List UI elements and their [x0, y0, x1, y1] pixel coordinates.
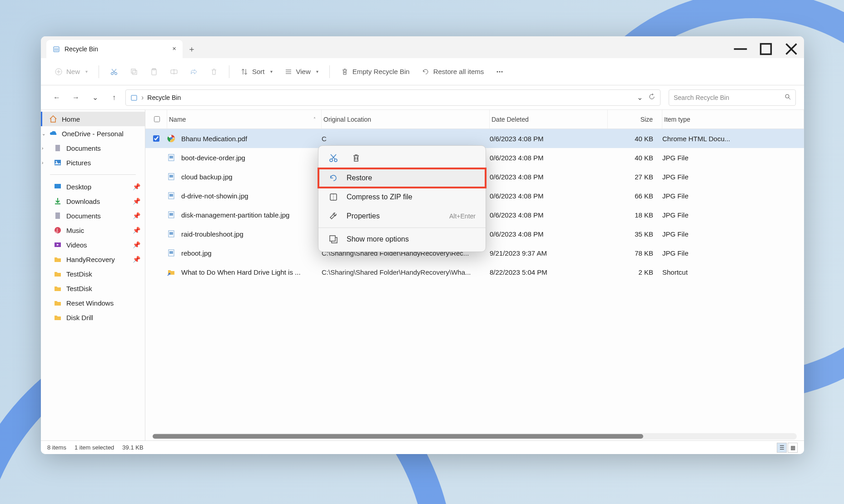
breadcrumb-current: Recycle Bin: [147, 94, 181, 101]
file-type: JPG File: [662, 230, 804, 238]
file-date: 0/6/2023 4:08 PM: [490, 211, 608, 219]
column-header-type[interactable]: Item type: [662, 110, 804, 128]
plus-circle-icon: [55, 68, 63, 76]
context-compress[interactable]: Compress to ZIP file: [318, 188, 486, 207]
column-header-size[interactable]: Size: [608, 110, 662, 128]
file-type: JPG File: [662, 154, 804, 162]
file-icon: [167, 173, 175, 181]
empty-recycle-bin-button[interactable]: Empty Recycle Bin: [336, 65, 414, 79]
minimize-button[interactable]: [728, 40, 753, 58]
scrollbar-thumb[interactable]: [153, 434, 643, 439]
share-button[interactable]: [185, 65, 203, 79]
column-header-row: Name˄ Original Location Date Deleted Siz…: [145, 110, 804, 129]
sidebar-item-testdisk2[interactable]: TestDisk: [41, 281, 145, 296]
file-location: C: [322, 135, 490, 143]
sidebar-item-videos[interactable]: Videos📌: [41, 237, 145, 252]
file-date: 0/6/2023 4:08 PM: [490, 230, 608, 238]
show-more-icon: [328, 234, 338, 244]
back-button[interactable]: ←: [49, 90, 65, 105]
view-button[interactable]: View▾: [280, 65, 323, 79]
folder-icon: [54, 255, 62, 263]
thumbnails-view-button[interactable]: ▦: [788, 443, 798, 453]
new-tab-button[interactable]: ＋: [183, 40, 201, 58]
tab-recycle-bin[interactable]: Recycle Bin ✕: [46, 40, 183, 58]
file-icon: [167, 211, 175, 219]
trash-icon: [210, 68, 218, 76]
cut-icon[interactable]: [328, 153, 338, 163]
svg-point-37: [334, 159, 337, 162]
new-button[interactable]: New ▾: [50, 65, 92, 79]
context-show-more[interactable]: Show more options: [318, 230, 486, 249]
pin-icon: 📌: [133, 183, 140, 190]
share-icon: [190, 68, 198, 76]
sidebar-item-downloads[interactable]: Downloads📌: [41, 194, 145, 208]
sidebar-item-home[interactable]: Home: [41, 112, 145, 126]
file-date: 0/6/2023 4:08 PM: [490, 173, 608, 181]
file-name: d-drive-not-showin.jpg: [181, 192, 248, 200]
horizontal-scrollbar[interactable]: [153, 433, 797, 440]
chevron-down-icon: ⌄: [42, 131, 45, 136]
delete-button[interactable]: [205, 65, 223, 79]
tab-close-icon[interactable]: ✕: [172, 46, 176, 52]
svg-rect-16: [55, 160, 61, 165]
svg-point-12: [501, 71, 503, 72]
file-type: JPG File: [662, 173, 804, 181]
column-header-name[interactable]: Name˄: [167, 110, 322, 128]
history-dropdown[interactable]: ⌄: [87, 90, 103, 105]
file-date: 8/22/2023 5:04 PM: [490, 268, 608, 276]
sidebar-item-disk-drill[interactable]: Disk Drill: [41, 310, 145, 325]
column-header-location[interactable]: Original Location: [322, 110, 490, 128]
file-icon: [167, 153, 175, 162]
sidebar-item-onedrive[interactable]: ⌄ OneDrive - Personal: [41, 126, 145, 141]
zip-icon: [328, 192, 338, 202]
table-row[interactable]: What to Do When Hard Drive Light is ... …: [145, 262, 804, 282]
file-size: 78 KB: [608, 249, 662, 257]
chevron-right-icon: ›: [42, 146, 43, 151]
clipboard-icon: [150, 68, 158, 76]
svg-rect-38: [330, 194, 337, 200]
sidebar-item-desktop[interactable]: Desktop📌: [41, 179, 145, 194]
forward-button[interactable]: →: [68, 90, 84, 105]
refresh-button[interactable]: [648, 93, 655, 102]
downloads-icon: [54, 197, 62, 205]
up-button[interactable]: ↑: [106, 90, 122, 105]
sidebar-item-documents[interactable]: Documents📌: [41, 208, 145, 223]
sort-button[interactable]: Sort▾: [236, 65, 277, 79]
rename-button[interactable]: [165, 65, 183, 79]
row-checkbox[interactable]: [153, 135, 159, 142]
cut-button[interactable]: [105, 65, 123, 79]
search-icon: [784, 94, 791, 101]
chevron-down-icon[interactable]: ⌄: [637, 93, 643, 102]
restore-icon: [422, 68, 430, 76]
file-size: 2 KB: [608, 268, 662, 276]
delete-icon[interactable]: [351, 153, 361, 163]
column-header-date[interactable]: Date Deleted: [490, 110, 608, 128]
sidebar-item-testdisk1[interactable]: TestDisk: [41, 267, 145, 281]
context-restore[interactable]: Restore: [318, 168, 486, 188]
maximize-button[interactable]: [753, 40, 779, 58]
file-icon: [167, 249, 175, 257]
folder-icon: [54, 299, 62, 307]
restore-all-button[interactable]: Restore all items: [417, 65, 489, 79]
paste-button[interactable]: [145, 65, 163, 79]
search-input[interactable]: Search Recycle Bin: [669, 89, 796, 106]
tab-label: Recycle Bin: [65, 45, 168, 53]
onedrive-icon: [49, 129, 57, 138]
close-window-button[interactable]: [779, 40, 804, 58]
svg-rect-31: [169, 213, 173, 216]
document-icon: [54, 212, 62, 220]
sidebar-item-music[interactable]: Music📌: [41, 223, 145, 237]
pin-icon: 📌: [133, 256, 140, 263]
sidebar-item-od-pictures[interactable]: › Pictures: [41, 155, 145, 170]
more-button[interactable]: [491, 65, 508, 79]
sidebar-item-reset-windows[interactable]: Reset Windows: [41, 296, 145, 310]
select-all-checkbox[interactable]: [154, 116, 160, 122]
address-bar[interactable]: › Recycle Bin ⌄: [125, 89, 660, 106]
sidebar-item-handyrecovery[interactable]: HandyRecovery📌: [41, 252, 145, 267]
copy-button[interactable]: [125, 65, 143, 79]
details-view-button[interactable]: ☰: [777, 443, 787, 453]
context-properties[interactable]: Properties Alt+Enter: [318, 207, 486, 226]
status-selected-count: 1 item selected: [74, 444, 114, 451]
pin-icon: 📌: [133, 227, 140, 234]
sidebar-item-od-documents[interactable]: › Documents: [41, 141, 145, 155]
